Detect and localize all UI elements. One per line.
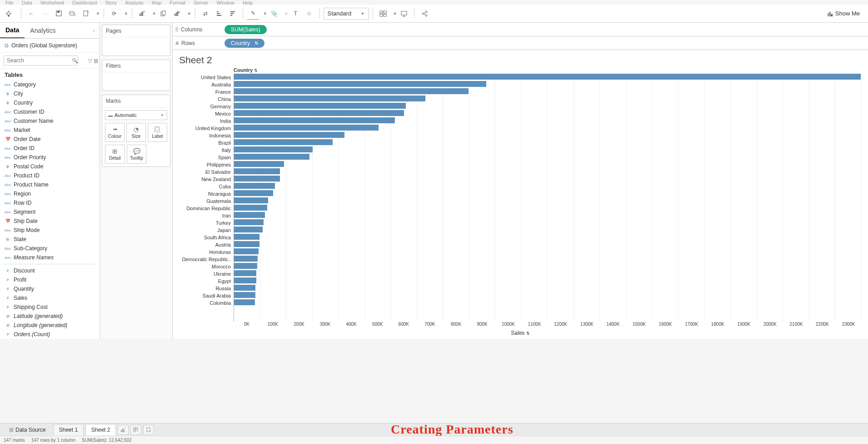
share-button[interactable] bbox=[418, 7, 431, 20]
field-product-name[interactable]: AbcProduct Name bbox=[0, 180, 100, 189]
back-button[interactable]: ← bbox=[25, 7, 38, 20]
field-market[interactable]: AbcMarket bbox=[0, 126, 100, 135]
label-button[interactable]: T bbox=[289, 7, 302, 20]
menu-help[interactable]: Help bbox=[243, 0, 253, 5]
pin-button[interactable]: ☆ bbox=[303, 7, 316, 20]
save-button[interactable] bbox=[52, 7, 65, 20]
refresh-button[interactable]: ⟳ bbox=[108, 7, 120, 20]
collapse-pane-icon[interactable]: ‹ bbox=[89, 25, 100, 36]
swap-button[interactable]: + bbox=[136, 7, 149, 20]
menu-worksheet[interactable]: Worksheet bbox=[40, 0, 64, 5]
field-quantity[interactable]: #Quantity bbox=[0, 284, 100, 293]
bar[interactable] bbox=[234, 125, 379, 131]
menu-analysis[interactable]: Analysis bbox=[125, 0, 144, 5]
bar[interactable] bbox=[234, 81, 486, 87]
menu-format[interactable]: Format bbox=[170, 0, 185, 5]
field-postal-code[interactable]: ⊕Postal Code bbox=[0, 162, 100, 171]
bar[interactable] bbox=[234, 241, 259, 247]
sort-asc-button[interactable] bbox=[213, 7, 225, 20]
bar[interactable] bbox=[234, 183, 275, 189]
field-row-id[interactable]: AbcRow ID bbox=[0, 198, 100, 207]
field-list[interactable]: AbcCategory⊕City⊕CountryAbcCustomer IDAb… bbox=[0, 80, 100, 339]
tooltip-button[interactable]: 💬Tooltip bbox=[127, 145, 147, 164]
marks-card[interactable]: Marks ▬Automatic ▼ •••Colour ◔Size ⿴Labe… bbox=[102, 95, 170, 167]
bar[interactable] bbox=[234, 74, 861, 80]
field-profit[interactable]: #Profit bbox=[0, 275, 100, 284]
sort-swap-button[interactable]: ⇄ bbox=[199, 7, 212, 20]
field-discount[interactable]: #Discount bbox=[0, 266, 100, 275]
field-country[interactable]: ⊕Country bbox=[0, 98, 100, 107]
field-ship-mode[interactable]: AbcShip Mode bbox=[0, 226, 100, 235]
field-city[interactable]: ⊕City bbox=[0, 89, 100, 98]
bar[interactable] bbox=[234, 176, 280, 182]
filter-fields-icon[interactable]: ▽ bbox=[88, 56, 92, 65]
rows-pill[interactable]: Country⇅ bbox=[224, 39, 264, 48]
pages-shelf[interactable]: Pages bbox=[102, 25, 170, 56]
menu-file[interactable]: File bbox=[5, 0, 14, 5]
field-customer-id[interactable]: AbcCustomer ID bbox=[0, 107, 100, 116]
field-category[interactable]: AbcCategory bbox=[0, 80, 100, 89]
detail-button[interactable]: ⊞Detail bbox=[105, 145, 125, 164]
field-customer-name[interactable]: AbcCustomer Name bbox=[0, 116, 100, 126]
bar[interactable] bbox=[234, 168, 280, 174]
bar[interactable] bbox=[234, 117, 395, 123]
field-sales[interactable]: #Sales bbox=[0, 293, 100, 303]
datasource-row[interactable]: ⧉ Orders (Global Superstore) bbox=[0, 39, 100, 53]
presentation-button[interactable] bbox=[398, 7, 410, 20]
bar[interactable] bbox=[234, 161, 284, 167]
label-button[interactable]: ⿴Label bbox=[148, 123, 167, 142]
rows-shelf[interactable]: ≡Rows Country⇅ bbox=[173, 36, 868, 50]
show-me-button[interactable]: Show Me bbox=[827, 10, 864, 17]
columns-pill[interactable]: SUM(Sales) bbox=[224, 25, 267, 34]
chart[interactable]: Country ⇅ United StatesAustraliaFranceCh… bbox=[173, 67, 868, 339]
tab-data[interactable]: Data bbox=[0, 23, 25, 38]
new-dashboard-tab[interactable]: + bbox=[130, 425, 141, 435]
bar[interactable] bbox=[234, 270, 256, 276]
bar[interactable] bbox=[234, 248, 259, 254]
bar[interactable] bbox=[234, 96, 425, 101]
filters-shelf[interactable]: Filters bbox=[102, 60, 170, 91]
tab-analytics[interactable]: Analytics bbox=[25, 23, 61, 38]
bar[interactable] bbox=[234, 146, 313, 152]
bar[interactable] bbox=[234, 103, 406, 109]
size-button[interactable]: ◔Size bbox=[126, 123, 146, 142]
tab-sheet1[interactable]: Sheet 1 bbox=[53, 424, 84, 435]
bar[interactable] bbox=[234, 154, 309, 160]
bar[interactable] bbox=[234, 263, 257, 269]
menu-dashboard[interactable]: Dashboard bbox=[72, 0, 97, 5]
bar[interactable] bbox=[234, 88, 469, 94]
bar[interactable] bbox=[234, 132, 344, 138]
tableau-logo-icon[interactable] bbox=[4, 9, 14, 19]
columns-shelf[interactable]: ⦙⦙⦙Columns SUM(Sales) bbox=[173, 23, 868, 36]
field-sub-category[interactable]: AbcSub-Category bbox=[0, 244, 100, 253]
tab-data-source[interactable]: ⊞Data Source bbox=[4, 424, 51, 435]
highlight-button[interactable]: ✎ bbox=[247, 7, 259, 20]
view-fields-icon[interactable]: ▥ bbox=[94, 56, 98, 65]
search-input[interactable] bbox=[4, 56, 78, 66]
new-worksheet-tab[interactable]: + bbox=[118, 425, 129, 435]
field-orders-count-[interactable]: #Orders (Count) bbox=[0, 330, 100, 339]
menu-server[interactable]: Server bbox=[194, 0, 208, 5]
bar[interactable] bbox=[234, 197, 268, 203]
bar[interactable] bbox=[234, 278, 256, 283]
field-region[interactable]: AbcRegion bbox=[0, 189, 100, 198]
bar[interactable] bbox=[234, 285, 255, 291]
bar[interactable] bbox=[234, 227, 263, 232]
field-state[interactable]: ⊕State bbox=[0, 235, 100, 244]
bar[interactable] bbox=[234, 205, 267, 211]
field-order-id[interactable]: AbcOrder ID bbox=[0, 144, 100, 153]
field-product-id[interactable]: AbcProduct ID bbox=[0, 171, 100, 180]
new-story-tab[interactable]: + bbox=[143, 425, 154, 435]
clear-button[interactable] bbox=[171, 7, 184, 20]
menu-data[interactable]: Data bbox=[22, 0, 32, 5]
new-data-button[interactable]: + bbox=[66, 7, 79, 20]
field-shipping-cost[interactable]: #Shipping Cost bbox=[0, 303, 100, 312]
menu-story[interactable]: Story bbox=[105, 0, 117, 5]
show-cards-button[interactable] bbox=[377, 7, 389, 20]
new-worksheet-button[interactable]: + bbox=[80, 7, 92, 20]
field-longitude-generated-[interactable]: ⊕Longitude (generated) bbox=[0, 321, 100, 330]
bar[interactable] bbox=[234, 234, 259, 240]
field-order-priority[interactable]: AbcOrder Priority bbox=[0, 153, 100, 162]
chevron-down-icon[interactable]: ▼ bbox=[124, 11, 128, 16]
menu-map[interactable]: Map bbox=[152, 0, 161, 5]
